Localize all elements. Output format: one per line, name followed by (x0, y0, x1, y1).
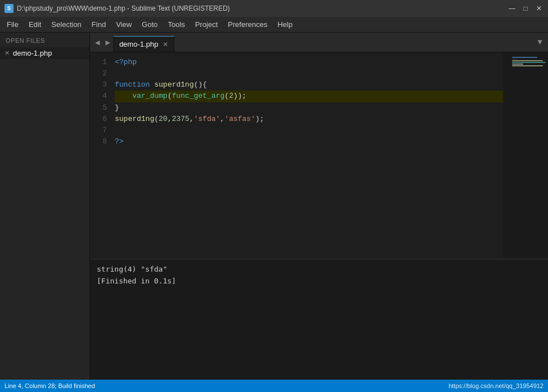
code-line-3: function superd1ng(){ (115, 79, 503, 91)
menu-item-goto[interactable]: Goto (137, 19, 162, 30)
output-panel: string(4) "sfda" [Finished in 0.1s] (90, 259, 548, 380)
line-num-1: 1 (90, 57, 107, 68)
sidebar: OPEN FILES ✕ demo-1.php (0, 33, 90, 380)
line-num-2: 2 (90, 68, 107, 79)
sidebar-file-item[interactable]: ✕ demo-1.php (0, 47, 89, 59)
menu-item-tools[interactable]: Tools (163, 19, 189, 30)
main-area: OPEN FILES ✕ demo-1.php ◀ ▶ demo-1.php ✕… (0, 33, 548, 380)
tab-bar: ◀ ▶ demo-1.php ✕ ▼ (90, 33, 548, 52)
output-line-2: [Finished in 0.1s] (97, 276, 541, 287)
tab-nav-left[interactable]: ◀ (92, 35, 102, 49)
minimap-content (512, 57, 546, 91)
output-line-1: string(4) "sfda" (97, 264, 541, 276)
menu-item-find[interactable]: Find (87, 19, 110, 30)
menu-item-preferences[interactable]: Preferences (223, 19, 272, 30)
minimap (503, 52, 548, 259)
line-num-8: 8 (90, 136, 107, 147)
window-controls: — □ ✕ (507, 4, 543, 13)
sidebar-file-close[interactable]: ✕ (5, 49, 10, 57)
status-left: Line 4, Column 28; Build finished (5, 382, 95, 389)
line-num-3: 3 (90, 79, 107, 91)
line-num-5: 5 (90, 102, 107, 114)
maximize-button[interactable]: □ (521, 4, 530, 13)
menu-item-help[interactable]: Help (273, 19, 297, 30)
editor-area: ◀ ▶ demo-1.php ✕ ▼ 1 2 3 4 5 6 7 8 (90, 33, 548, 380)
minimize-button[interactable]: — (507, 4, 516, 13)
status-position: Line 4, Column 28; Build finished (5, 382, 95, 389)
menu-item-view[interactable]: View (111, 19, 136, 30)
code-editor[interactable]: <?php function superd1ng(){ var_dump(fun… (113, 52, 503, 259)
line-num-6: 6 (90, 114, 107, 125)
code-line-7 (115, 125, 503, 136)
menu-item-selection[interactable]: Selection (47, 19, 86, 30)
status-bar: Line 4, Column 28; Build finished https:… (0, 380, 548, 392)
tab-close-btn[interactable]: ✕ (163, 40, 168, 48)
status-right: https://blog.csdn.net/qq_31954912 (448, 382, 543, 389)
tab-dropdown-btn[interactable]: ▼ (534, 35, 546, 49)
menu-item-project[interactable]: Project (191, 19, 222, 30)
menu-bar: FileEditSelectionFindViewGotoToolsProjec… (0, 17, 548, 33)
output-content: string(4) "sfda" [Finished in 0.1s] (90, 259, 548, 380)
menu-item-edit[interactable]: Edit (24, 19, 46, 30)
code-line-4: var_dump(func_get_arg(2)); (115, 91, 503, 102)
title-bar-left: S D:\phpstudy_pro\WWW\demo-1.php - Subli… (5, 4, 230, 13)
code-line-6: superd1ng(20,2375,'sfda','asfas'); (115, 114, 503, 125)
tab-label: demo-1.php (119, 40, 158, 48)
menu-item-file[interactable]: File (2, 19, 23, 30)
tab-demo1[interactable]: demo-1.php ✕ (113, 36, 174, 52)
code-line-5: } (115, 102, 503, 114)
code-container: 1 2 3 4 5 6 7 8 <?php function superd1ng… (90, 52, 548, 259)
code-line-8: ?> (115, 136, 503, 147)
window-title: D:\phpstudy_pro\WWW\demo-1.php - Sublime… (17, 4, 230, 12)
close-button[interactable]: ✕ (534, 4, 543, 13)
line-numbers: 1 2 3 4 5 6 7 8 (90, 52, 113, 259)
title-bar: S D:\phpstudy_pro\WWW\demo-1.php - Subli… (0, 0, 548, 17)
status-url: https://blog.csdn.net/qq_31954912 (448, 382, 543, 389)
code-line-2 (115, 68, 503, 79)
app-icon: S (5, 4, 14, 13)
sidebar-header: OPEN FILES (0, 33, 89, 47)
line-num-4: 4 (90, 91, 107, 102)
tab-nav-right[interactable]: ▶ (102, 35, 113, 49)
sidebar-file-name: demo-1.php (13, 49, 52, 57)
code-line-1: <?php (115, 57, 503, 68)
line-num-7: 7 (90, 125, 107, 136)
